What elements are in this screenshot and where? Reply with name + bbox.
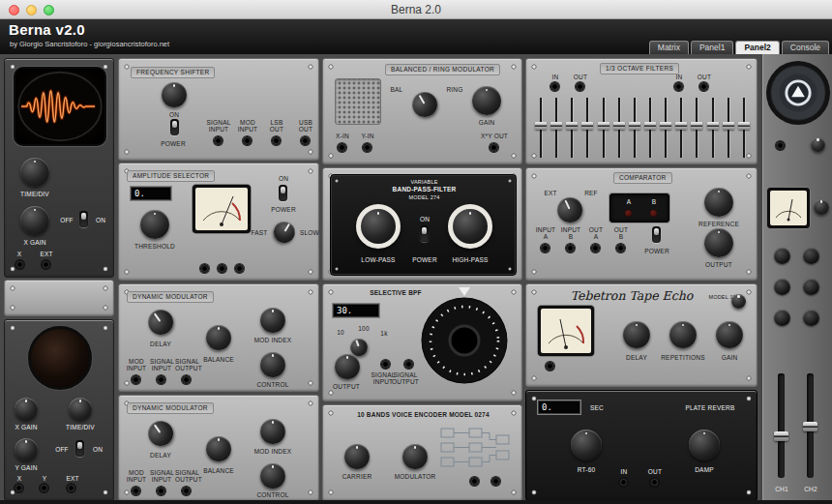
monitor-knob[interactable] [811, 137, 825, 152]
signal-input-jack[interactable] [381, 360, 390, 369]
input-jack[interactable] [550, 82, 559, 91]
frequency-shift-knob[interactable] [162, 82, 187, 107]
eq-band-slider[interactable] [582, 98, 592, 158]
reference-knob[interactable] [704, 188, 733, 217]
jack[interactable] [546, 362, 554, 371]
power-toggle[interactable] [652, 226, 661, 243]
high-pass-knob[interactable] [448, 204, 492, 249]
control-knob[interactable] [260, 352, 285, 377]
damp-knob[interactable] [689, 430, 720, 460]
eq-band-slider[interactable] [599, 98, 609, 158]
fader-handle[interactable] [774, 431, 788, 441]
jack[interactable] [491, 477, 500, 486]
signal-output-jack[interactable] [182, 487, 191, 495]
input-a-jack[interactable] [541, 244, 550, 252]
output-jack[interactable] [576, 82, 584, 91]
power-toggle[interactable] [170, 119, 179, 135]
y-input-jack[interactable] [40, 484, 48, 492]
mod-index-knob[interactable] [260, 308, 285, 333]
mod-input-jack[interactable] [243, 136, 252, 145]
output-jack[interactable] [699, 82, 708, 91]
threshold-display[interactable]: 0. [131, 187, 171, 200]
low-pass-knob[interactable] [356, 204, 401, 249]
eq-band-slider[interactable] [739, 98, 749, 158]
mod-input-jack[interactable] [132, 375, 140, 384]
scope-power-toggle[interactable] [79, 211, 88, 227]
time-div-knob[interactable] [69, 398, 92, 421]
output-knob[interactable] [704, 228, 733, 257]
eq-band-slider[interactable] [536, 98, 546, 158]
jack[interactable] [470, 477, 479, 486]
jack[interactable] [218, 264, 226, 273]
rt60-knob[interactable] [571, 430, 602, 460]
signal-output-jack[interactable] [404, 360, 413, 369]
repetitions-knob[interactable] [669, 321, 697, 348]
transport-button[interactable] [803, 310, 819, 326]
balance-knob[interactable] [206, 325, 231, 350]
ext-input-jack[interactable] [67, 484, 75, 492]
eq-band-slider[interactable] [692, 98, 701, 158]
transport-button[interactable] [803, 248, 819, 264]
jack[interactable] [200, 264, 209, 273]
modulator-knob[interactable] [402, 444, 428, 469]
tab-panel2[interactable]: Panel2 [735, 41, 779, 54]
threshold-knob[interactable] [140, 210, 169, 239]
eq-band-slider[interactable] [645, 98, 655, 158]
usb-out-jack[interactable] [301, 136, 310, 145]
signal-input-jack[interactable] [157, 375, 165, 384]
transport-button[interactable] [774, 310, 790, 326]
level-knob[interactable] [814, 199, 829, 215]
frequency-display[interactable]: 30. [333, 304, 379, 317]
x-input-jack[interactable] [338, 143, 346, 152]
bal-ring-switch[interactable] [407, 87, 442, 122]
output-jack[interactable] [650, 478, 659, 487]
tab-panel1[interactable]: Panel1 [691, 41, 733, 54]
eq-band-slider[interactable] [724, 98, 733, 158]
ext-input-jack[interactable] [42, 260, 50, 269]
eq-band-slider[interactable] [661, 98, 670, 158]
reverb-time-display[interactable]: 0. [538, 400, 580, 414]
input-jack[interactable] [619, 478, 628, 487]
power-toggle[interactable] [420, 225, 429, 242]
y-input-jack[interactable] [363, 143, 371, 152]
eq-band-slider[interactable] [630, 98, 639, 158]
x-input-jack[interactable] [15, 260, 24, 269]
tab-console[interactable]: Console [782, 41, 829, 54]
x-input-jack[interactable] [15, 484, 23, 492]
eq-band-slider[interactable] [676, 98, 686, 158]
output-knob[interactable] [335, 354, 360, 379]
eq-band-slider[interactable] [708, 98, 718, 158]
eq-band-slider[interactable] [551, 98, 561, 158]
eq-band-slider[interactable] [614, 98, 624, 158]
fast-slow-switch[interactable] [270, 218, 299, 247]
jack[interactable] [235, 264, 244, 273]
y-gain-knob[interactable] [15, 438, 38, 461]
control-knob[interactable] [260, 463, 285, 489]
tuning-dial[interactable] [420, 296, 509, 385]
mod-input-jack[interactable] [132, 487, 140, 495]
input-b-jack[interactable] [566, 244, 575, 252]
delay-knob[interactable] [143, 416, 178, 451]
x-gain-knob[interactable] [15, 398, 38, 421]
channel-fader-1[interactable] [778, 373, 785, 478]
xy-output-jack[interactable] [490, 143, 498, 152]
transport-button[interactable] [774, 279, 790, 295]
power-toggle[interactable] [279, 185, 287, 201]
lsb-out-jack[interactable] [272, 136, 281, 145]
tab-matrix[interactable]: Matrix [649, 41, 689, 54]
eq-band-slider[interactable] [567, 98, 577, 158]
x-gain-knob[interactable] [20, 206, 49, 235]
tape-gain-knob[interactable] [716, 321, 743, 348]
signal-input-jack[interactable] [157, 487, 165, 495]
transport-button[interactable] [774, 248, 790, 264]
ext-ref-switch[interactable] [553, 193, 587, 227]
mod-index-knob[interactable] [260, 419, 285, 444]
tape-delay-knob[interactable] [623, 321, 650, 348]
scope-power-toggle[interactable] [75, 440, 84, 457]
input-jack[interactable] [674, 82, 683, 91]
channel-fader-2[interactable] [807, 373, 814, 478]
time-div-knob[interactable] [20, 158, 49, 187]
jack[interactable] [776, 141, 785, 150]
balance-knob[interactable] [206, 436, 231, 461]
delay-knob[interactable] [143, 305, 178, 340]
